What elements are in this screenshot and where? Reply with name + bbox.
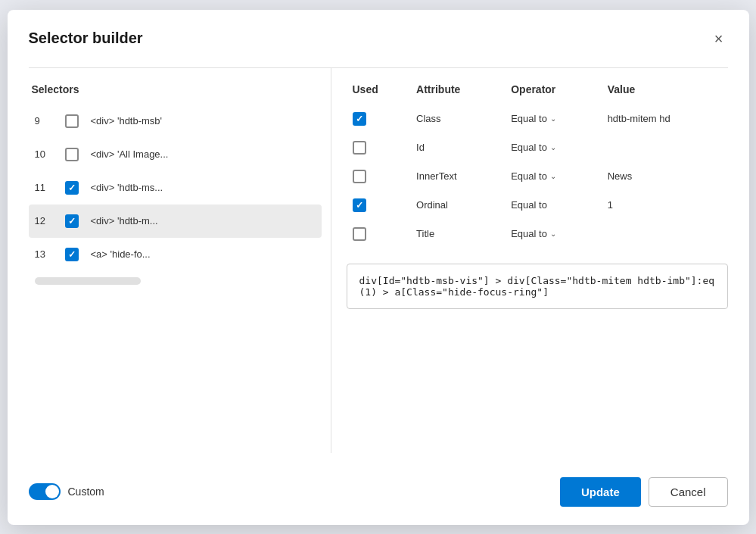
attr-checkbox-innertext[interactable] <box>353 170 366 183</box>
selector-builder-dialog: Selector builder × Selectors 9 <div> 'hd… <box>8 10 749 525</box>
custom-toggle[interactable] <box>29 483 61 500</box>
update-button[interactable]: Update <box>560 477 641 507</box>
dialog-body: Selectors 9 <div> 'hdtb-msb' 10 <div> 'A… <box>29 67 728 453</box>
table-row: Id Equal to ⌄ <box>347 133 728 162</box>
table-row: Title Equal to ⌄ <box>347 220 728 248</box>
selector-label-13: <a> 'hide-fo... <box>91 248 151 260</box>
attributes-table: Used Attribute Operator Value Class Equa… <box>347 77 728 248</box>
selector-checkbox-11[interactable] <box>65 181 79 195</box>
operator-select-innertext[interactable]: Equal to ⌄ <box>511 170 595 182</box>
operator-select-title[interactable]: Equal to ⌄ <box>511 228 595 239</box>
selectors-panel-header: Selectors <box>29 77 322 105</box>
col-attribute: Attribute <box>410 77 505 105</box>
attr-checkbox-title[interactable] <box>353 227 366 241</box>
selector-string-output: div[Id="hdtb-msb-vis"] > div[Class="hdtb… <box>347 264 728 309</box>
chevron-down-icon: ⌄ <box>550 230 556 238</box>
attr-name-innertext: InnerText <box>410 162 505 191</box>
custom-toggle-label: Custom <box>68 486 104 498</box>
attr-value-class: hdtb-mitem hd <box>608 113 670 124</box>
attr-value-innertext: News <box>608 170 633 182</box>
selector-label-11: <div> 'hdtb-ms... <box>91 182 163 193</box>
table-row: InnerText Equal to ⌄ News <box>347 162 728 191</box>
col-used: Used <box>347 77 411 105</box>
selector-row[interactable]: 12 <div> 'hdtb-m... <box>29 205 322 238</box>
attr-name-title: Title <box>410 220 505 248</box>
close-button[interactable]: × <box>710 28 728 49</box>
attr-checkbox-id[interactable] <box>353 141 366 155</box>
selector-checkbox-10[interactable] <box>65 148 79 161</box>
selector-num: 11 <box>35 182 53 193</box>
attr-name-class: Class <box>410 105 505 133</box>
table-row: Ordinal Equal to 1 <box>347 191 728 220</box>
selector-row[interactable]: 11 <div> 'hdtb-ms... <box>29 171 322 205</box>
attr-checkbox-class[interactable] <box>353 112 366 126</box>
selector-num: 13 <box>35 248 53 260</box>
chevron-down-icon: ⌄ <box>550 114 556 123</box>
selector-row[interactable]: 10 <div> 'All Image... <box>29 138 322 171</box>
chevron-down-icon: ⌄ <box>550 143 556 151</box>
dialog-header: Selector builder × <box>29 28 728 49</box>
attr-value-ordinal: 1 <box>608 199 613 211</box>
selector-row[interactable]: 9 <div> 'hdtb-msb' <box>29 105 322 138</box>
horizontal-scrollbar[interactable] <box>35 277 141 285</box>
selectors-panel: Selectors 9 <div> 'hdtb-msb' 10 <div> 'A… <box>29 68 331 453</box>
cancel-button[interactable]: Cancel <box>649 477 728 507</box>
table-row: Class Equal to ⌄ hdtb-mitem hd <box>347 105 728 133</box>
operator-select-class[interactable]: Equal to ⌄ <box>511 113 595 124</box>
dialog-title: Selector builder <box>29 30 143 47</box>
selector-label-10: <div> 'All Image... <box>91 148 169 160</box>
chevron-down-icon: ⌄ <box>550 172 556 180</box>
attributes-panel: Used Attribute Operator Value Class Equa… <box>331 68 728 453</box>
selector-num: 10 <box>35 148 53 160</box>
selector-num: 12 <box>35 215 53 226</box>
selector-label-9: <div> 'hdtb-msb' <box>91 115 163 126</box>
selector-num: 9 <box>35 115 53 126</box>
footer-buttons: Update Cancel <box>560 477 728 507</box>
attr-name-id: Id <box>410 133 505 162</box>
operator-select-id[interactable]: Equal to ⌄ <box>511 142 595 153</box>
attr-checkbox-ordinal[interactable] <box>353 198 366 212</box>
dialog-footer: Custom Update Cancel <box>29 468 728 507</box>
col-operator: Operator <box>505 77 601 105</box>
selector-row[interactable]: 13 <a> 'hide-fo... <box>29 238 322 271</box>
custom-toggle-area: Custom <box>29 483 104 500</box>
selector-checkbox-12[interactable] <box>65 214 79 228</box>
selector-checkbox-13[interactable] <box>65 248 79 261</box>
attr-name-ordinal: Ordinal <box>410 191 505 220</box>
selector-checkbox-9[interactable] <box>65 114 79 128</box>
col-value: Value <box>602 77 728 105</box>
selector-label-12: <div> 'hdtb-m... <box>91 215 158 226</box>
operator-select-ordinal[interactable]: Equal to <box>511 199 595 211</box>
